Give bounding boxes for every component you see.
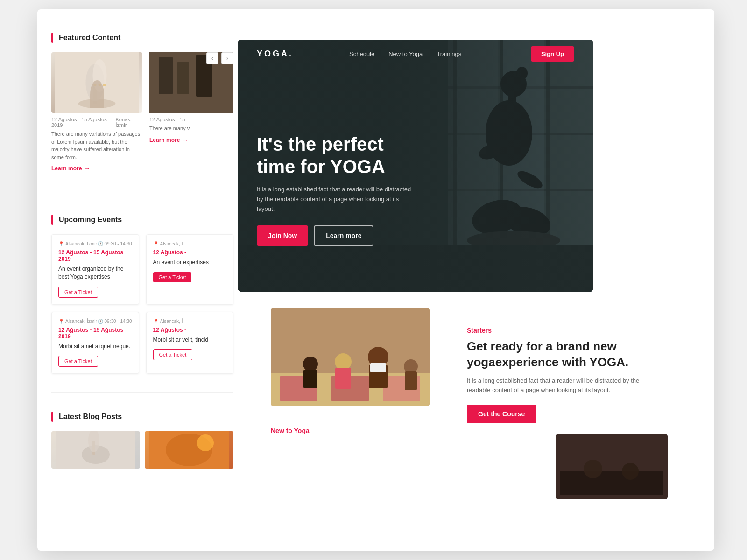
blog-title: Latest Blog Posts xyxy=(59,413,122,421)
join-now-button[interactable]: Join Now xyxy=(257,225,308,246)
blog-img-2 xyxy=(145,431,233,469)
dark-photo-bottom xyxy=(556,434,668,499)
event-meta-3: 📍 Alsancak, İzmir 🕐 09:30 - 14:30 xyxy=(58,319,132,324)
event-card-1: 📍 Alsancak, İzmir 🕐 09:30 - 14:30 12 Ağu… xyxy=(51,234,139,305)
featured-location-1: Konak, İzmir xyxy=(115,117,142,128)
yoga-hero-desc: It is a long established fact that a rea… xyxy=(257,185,416,214)
featured-title: Featured Content xyxy=(59,34,120,42)
svg-rect-51 xyxy=(335,368,351,389)
event-date-4: 12 Ağustos - xyxy=(153,327,227,333)
nav-trainings[interactable]: Trainings xyxy=(437,50,461,57)
ticket-btn-2[interactable]: Get a Ticket xyxy=(153,272,192,282)
next-arrow[interactable]: › xyxy=(221,52,233,64)
event-card-4: 📍 Alsancak, İ 12 Ağustos - Morbi sit ar … xyxy=(146,312,234,374)
events-grid: 📍 Alsancak, İzmir 🕐 09:30 - 14:30 12 Ağu… xyxy=(37,234,247,374)
nav-schedule[interactable]: Schedule xyxy=(349,50,374,57)
svg-point-19 xyxy=(197,434,214,451)
section-bar-3 xyxy=(51,412,53,422)
starters-label: Starters xyxy=(467,327,654,334)
svg-rect-58 xyxy=(560,471,663,495)
featured-grid: 12 Ağustos - 15 Ağustos 2019 Konak, İzmi… xyxy=(37,52,247,172)
blog-img-1 xyxy=(51,431,140,469)
svg-point-60 xyxy=(622,463,639,480)
event-time-3: 🕐 09:30 - 14:30 xyxy=(98,319,132,324)
svg-point-52 xyxy=(303,357,318,371)
yoga-class-image xyxy=(271,308,430,406)
learn-more-button[interactable]: Learn more xyxy=(314,225,374,246)
event-date-3: 12 Ağustos - 15 Ağustos 2019 xyxy=(58,327,132,340)
nav-arrows: ‹ › xyxy=(206,52,233,64)
svg-rect-49 xyxy=(370,363,386,372)
svg-rect-2 xyxy=(93,85,97,104)
svg-rect-10 xyxy=(159,57,173,94)
clock-icon: 🕐 xyxy=(98,241,103,246)
learn-more-1[interactable]: Learn more → xyxy=(51,165,142,172)
svg-point-59 xyxy=(584,460,602,478)
yoga-overlay: YOGA. Schedule New to Yoga Trainings Sig… xyxy=(238,40,593,292)
svg-point-6 xyxy=(99,84,101,86)
event-card-2: 📍 Alsancak, İ 12 Ağustos - An event or e… xyxy=(146,234,234,305)
yoga-nav: YOGA. Schedule New to Yoga Trainings Sig… xyxy=(238,40,593,68)
yoga-logo: YOGA. xyxy=(257,49,293,59)
event-meta-4: 📍 Alsancak, İ xyxy=(153,319,227,324)
events-title: Upcoming Events xyxy=(59,216,122,224)
pin-icon: 📍 xyxy=(58,241,64,246)
svg-rect-55 xyxy=(405,371,417,390)
event-location-3: 📍 Alsancak, İzmir xyxy=(58,319,97,324)
divider-2 xyxy=(51,392,233,393)
featured-card-2: 12 Ağustos - 15 There are many v Learn m… xyxy=(142,52,233,172)
yoga-hero-buttons: Join Now Learn more xyxy=(257,225,416,246)
svg-point-1 xyxy=(78,99,116,108)
event-meta-1: 📍 Alsancak, İzmir 🕐 09:30 - 14:30 xyxy=(58,241,132,246)
starters-desc: It is a long established fact that a rea… xyxy=(467,376,654,396)
svg-point-54 xyxy=(404,359,418,373)
svg-rect-11 xyxy=(177,62,189,94)
svg-point-7 xyxy=(103,84,106,86)
events-section: Upcoming Events 📍 Alsancak, İzmir 🕐 09:3… xyxy=(37,205,247,383)
nav-new-to-yoga[interactable]: New to Yoga xyxy=(388,50,423,57)
featured-card-1: 12 Ağustos - 15 Ağustos 2019 Konak, İzmi… xyxy=(51,52,142,172)
featured-header: Featured Content ‹ › xyxy=(37,33,247,43)
event-location-2: 📍 Alsancak, İ xyxy=(153,241,183,246)
featured-section: Featured Content ‹ › xyxy=(37,23,247,186)
signup-button[interactable]: Sign Up xyxy=(531,46,574,62)
event-title-4: Morbi sit ar velit, tincid xyxy=(153,336,227,344)
event-title-3: Morbi sit amet aliquet neque. xyxy=(58,343,132,350)
yoga-hero-title: It's the perfect time for YOGA xyxy=(257,133,416,178)
event-location-4: 📍 Alsancak, İ xyxy=(153,319,183,324)
event-meta-2: 📍 Alsancak, İ xyxy=(153,241,227,246)
blog-section: Latest Blog Posts xyxy=(37,402,247,478)
new-to-yoga-label: New to Yoga xyxy=(271,427,310,434)
featured-meta-2: 12 Ağustos - 15 xyxy=(149,117,233,122)
ticket-btn-4[interactable]: Get a Ticket xyxy=(153,349,193,360)
featured-img-1 xyxy=(51,52,142,113)
starters-title: Get ready for a brand new yogaexperience… xyxy=(467,339,654,371)
ticket-btn-1[interactable]: Get a Ticket xyxy=(58,287,98,298)
event-time-1: 🕐 09:30 - 14:30 xyxy=(98,241,132,246)
featured-desc-1: There are many variations of passages of… xyxy=(51,130,142,161)
get-course-button[interactable]: Get the Course xyxy=(467,405,536,423)
events-header: Upcoming Events xyxy=(37,215,247,225)
pin-icon-3: 📍 xyxy=(58,319,64,324)
event-card-3: 📍 Alsancak, İzmir 🕐 09:30 - 14:30 12 Ağu… xyxy=(51,312,139,374)
prev-arrow[interactable]: ‹ xyxy=(206,52,218,64)
divider-1 xyxy=(51,196,233,196)
featured-date-1: 12 Ağustos - 15 Ağustos 2019 xyxy=(51,117,115,128)
event-date-1: 12 Ağustos - 15 Ağustos 2019 xyxy=(58,249,132,262)
event-title-2: An event or expertises xyxy=(153,259,227,266)
section-bar xyxy=(51,33,53,43)
featured-meta-1: 12 Ağustos - 15 Ağustos 2019 Konak, İzmi… xyxy=(51,117,142,128)
left-panel: Featured Content ‹ › xyxy=(37,9,247,551)
yoga-hero-content: It's the perfect time for YOGA It is a l… xyxy=(257,133,416,246)
event-date-2: 12 Ağustos - xyxy=(153,249,227,256)
learn-more-2[interactable]: Learn more → xyxy=(149,136,233,144)
arrow-icon-2: → xyxy=(182,136,188,144)
ticket-btn-3[interactable]: Get a Ticket xyxy=(58,356,98,367)
featured-date-2: 12 Ağustos - 15 xyxy=(149,117,185,122)
clock-icon-3: 🕐 xyxy=(98,319,103,324)
arrow-icon: → xyxy=(84,165,90,172)
yoga-nav-links: Schedule New to Yoga Trainings xyxy=(349,50,461,57)
featured-desc-2: There are many v xyxy=(149,125,233,133)
section-bar-2 xyxy=(51,215,53,225)
pin-icon-2: 📍 xyxy=(153,241,159,246)
